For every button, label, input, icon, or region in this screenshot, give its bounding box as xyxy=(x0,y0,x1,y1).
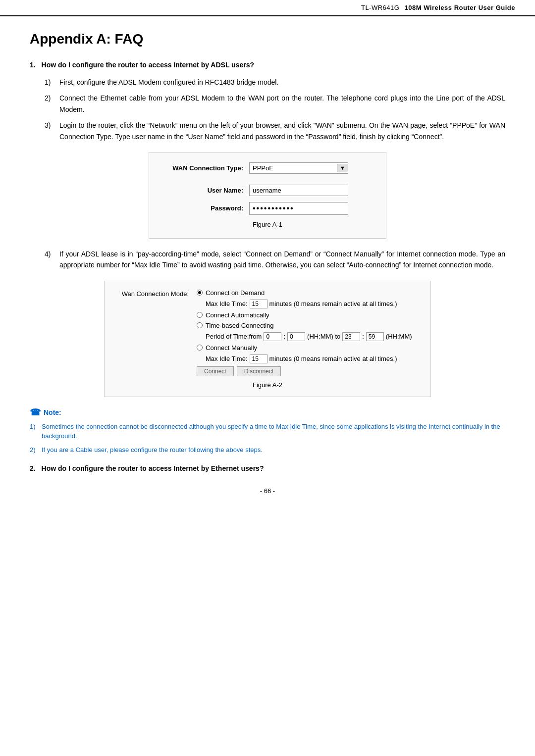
wan-mode-label: Wan Connection Mode: xyxy=(114,289,189,298)
period-hhmm1: (HH:MM) to xyxy=(307,333,340,340)
page-footer: - 66 - xyxy=(30,487,505,504)
answer-2-text: Connect the Ethernet cable from your ADS… xyxy=(59,93,505,115)
answers-list-2: 4) If your ADSL lease is in “pay-accordi… xyxy=(45,249,505,271)
answer-3-num: 3) xyxy=(45,120,59,142)
disconnect-button[interactable]: Disconnect xyxy=(237,366,281,376)
header-model: TL-WR641G xyxy=(361,4,399,11)
q2-number: 2. xyxy=(30,464,36,472)
wan-action-buttons: Connect Disconnect xyxy=(197,366,421,376)
note-phone-icon: ☎ xyxy=(30,407,41,418)
radio-time-based-icon xyxy=(197,322,203,328)
period-row: Period of Time:from : (HH:MM) to : (HH:M… xyxy=(206,332,421,341)
max-idle-note-1: minutes (0 means remain active at all ti… xyxy=(269,300,397,307)
wan-type-label: WAN Connection Type: xyxy=(164,164,243,172)
max-idle-input-1[interactable] xyxy=(250,300,268,308)
note-1-text: Sometimes the connection cannot be disco… xyxy=(42,422,505,441)
connect-on-demand-label: Connect on Demand xyxy=(206,289,265,297)
answer-2-num: 2) xyxy=(45,93,59,115)
wan-type-value: PPPoE xyxy=(250,163,337,173)
answer-1-text: First, configure the ADSL Modem configur… xyxy=(59,77,505,88)
wan-type-select[interactable]: PPPoE ▼ xyxy=(249,162,348,174)
note-section: ☎ Note: 1) Sometimes the connection cann… xyxy=(30,407,505,455)
period-colon2: : xyxy=(362,333,364,340)
period-to1-input[interactable] xyxy=(342,332,360,341)
note-1-num: 1) xyxy=(30,422,42,441)
radio-auto-icon xyxy=(197,312,203,318)
page-number: - 66 - xyxy=(260,487,275,495)
answer-3-text: Login to the router, click the “Network”… xyxy=(59,120,505,142)
max-idle-row-1: Max Idle Time: minutes (0 means remain a… xyxy=(206,300,421,308)
wan-mode-row: Wan Connection Mode: Connect on Demand M… xyxy=(114,289,421,376)
note-2-num: 2) xyxy=(30,445,42,455)
note-2-text: If you are a Cable user, please configur… xyxy=(42,445,263,455)
answer-4-text: If your ADSL lease is in “pay-according-… xyxy=(59,249,505,271)
answer-4-num: 4) xyxy=(45,249,59,271)
max-idle-label-1: Max Idle Time: xyxy=(206,300,248,307)
radio-connect-manually[interactable]: Connect Manually xyxy=(197,344,421,352)
password-label: Password: xyxy=(164,204,243,212)
period-label: Period of Time:from xyxy=(206,333,262,340)
figure-a1-caption: Figure A-1 xyxy=(164,221,371,228)
period-to2-input[interactable] xyxy=(366,332,384,341)
header-title: TL-WR641G 108M Wireless Router User Guid… xyxy=(361,4,515,11)
password-input[interactable] xyxy=(249,202,348,215)
answer-item-2: 2) Connect the Ethernet cable from your … xyxy=(45,93,505,115)
username-row: User Name: xyxy=(164,185,371,196)
answer-item-3: 3) Login to the router, click the “Netwo… xyxy=(45,120,505,142)
max-idle-label-2: Max Idle Time: xyxy=(206,355,248,362)
answer-item-4: 4) If your ADSL lease is in “pay-accordi… xyxy=(45,249,505,271)
radio-connect-auto[interactable]: Connect Automatically xyxy=(197,311,421,319)
figure-a2-caption: Figure A-2 xyxy=(114,381,421,389)
period-from2-input[interactable] xyxy=(287,332,305,341)
username-input[interactable] xyxy=(249,185,348,196)
max-idle-input-2[interactable] xyxy=(250,354,268,363)
q1-text: How do I configure the router to access … xyxy=(42,61,254,69)
page-title: Appendix A: FAQ xyxy=(30,31,505,47)
connect-manually-label: Connect Manually xyxy=(206,344,257,352)
radio-time-based[interactable]: Time-based Connecting xyxy=(197,322,421,329)
note-item-1: 1) Sometimes the connection cannot be di… xyxy=(30,422,505,441)
password-row: Password: xyxy=(164,202,371,215)
max-idle-row-2: Max Idle Time: minutes (0 means remain a… xyxy=(206,354,421,363)
connect-button[interactable]: Connect xyxy=(197,366,234,376)
wan-type-row: WAN Connection Type: PPPoE ▼ xyxy=(164,162,371,174)
time-based-label: Time-based Connecting xyxy=(206,322,274,329)
page-header: TL-WR641G 108M Wireless Router User Guid… xyxy=(0,0,535,16)
radio-connect-on-demand[interactable]: Connect on Demand xyxy=(197,289,421,297)
wan-options: Connect on Demand Max Idle Time: minutes… xyxy=(197,289,421,376)
period-from1-input[interactable] xyxy=(264,332,281,341)
answer-item-1: 1) First, configure the ADSL Modem confi… xyxy=(45,77,505,88)
connect-auto-label: Connect Automatically xyxy=(206,311,269,319)
question-2: 2. How do I configure the router to acce… xyxy=(30,464,505,472)
dropdown-arrow-icon[interactable]: ▼ xyxy=(337,164,348,172)
radio-on-demand-icon xyxy=(197,290,203,296)
radio-manually-icon xyxy=(197,345,203,351)
note-item-2: 2) If you are a Cable user, please confi… xyxy=(30,445,505,455)
username-label: User Name: xyxy=(164,187,243,194)
period-colon1: : xyxy=(283,333,285,340)
note-header: ☎ Note: xyxy=(30,407,505,418)
main-content: Appendix A: FAQ 1. How do I configure th… xyxy=(0,16,535,524)
answer-1-num: 1) xyxy=(45,77,59,88)
header-guide: 108M Wireless Router User Guide xyxy=(405,4,515,11)
figure-a2-box: Wan Connection Mode: Connect on Demand M… xyxy=(104,281,431,397)
max-idle-note-2: minutes (0 means remain active at all ti… xyxy=(269,355,397,362)
question-1: 1. How do I configure the router to acce… xyxy=(30,61,505,69)
figure-a1-box: WAN Connection Type: PPPoE ▼ User Name: … xyxy=(149,152,386,239)
answers-list-1: 1) First, configure the ADSL Modem confi… xyxy=(45,77,505,142)
q2-text: How do I configure the router to access … xyxy=(42,464,264,472)
q1-number: 1. xyxy=(30,61,36,69)
period-hhmm2: (HH:MM) xyxy=(386,333,412,340)
note-header-label: Note: xyxy=(44,408,61,416)
